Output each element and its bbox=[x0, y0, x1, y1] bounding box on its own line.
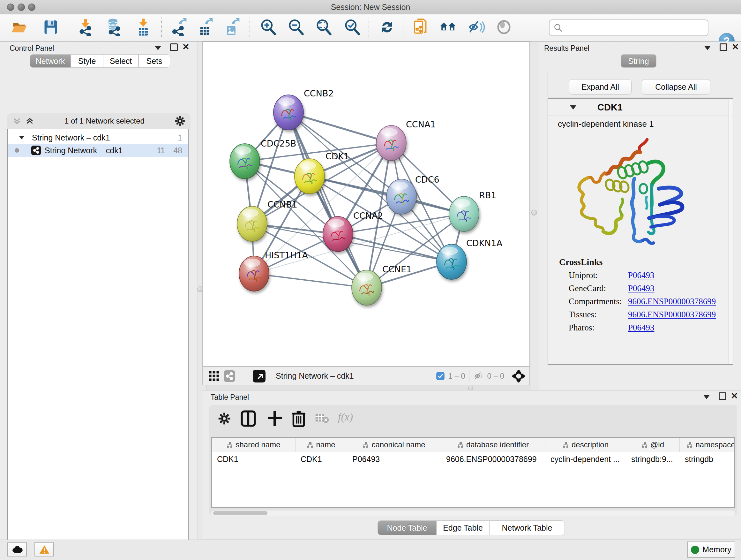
cell-shared-name[interactable]: CDK1 bbox=[212, 452, 295, 466]
crosslink-pharos[interactable]: P06493 bbox=[628, 323, 655, 333]
birds-eye-grid-icon[interactable] bbox=[208, 370, 220, 382]
tab-sets[interactable]: Sets bbox=[138, 54, 170, 68]
edge-CCNA2-CDKN1A[interactable] bbox=[338, 234, 452, 262]
cell-description[interactable]: cyclin-dependent ... bbox=[545, 452, 626, 466]
refresh-button[interactable] bbox=[377, 17, 397, 37]
table-options-gear-icon[interactable] bbox=[217, 412, 231, 426]
crosslink-genecard[interactable]: P06493 bbox=[628, 284, 655, 294]
node-CCNE1[interactable] bbox=[352, 270, 382, 305]
cell-database-identifier[interactable]: 9606.ENSP00000378699 bbox=[441, 452, 545, 466]
gene-disclosure-icon[interactable] bbox=[570, 105, 576, 110]
share-document-button[interactable] bbox=[411, 17, 431, 37]
results-panel-close-icon[interactable]: ✕ bbox=[732, 43, 739, 51]
node-RB1[interactable] bbox=[449, 196, 479, 232]
column-header-description[interactable]: description bbox=[545, 438, 626, 452]
node-CCNA2[interactable] bbox=[323, 216, 353, 252]
collection-disclosure-icon[interactable] bbox=[19, 136, 24, 139]
cell-id[interactable]: stringdb:9... bbox=[626, 452, 680, 466]
results-panel-float-icon[interactable] bbox=[720, 44, 727, 51]
save-session-button[interactable] bbox=[41, 17, 61, 37]
scrollbar-thumb[interactable] bbox=[213, 511, 267, 515]
network-collection-row[interactable]: String Network – cdk1 1 bbox=[8, 131, 188, 144]
tab-select[interactable]: Select bbox=[103, 54, 138, 68]
crosslink-tissues[interactable]: 9606.ENSP00000378699 bbox=[628, 310, 716, 320]
right-splitter[interactable] bbox=[530, 42, 539, 390]
column-header-shared-name[interactable]: shared name bbox=[212, 438, 295, 452]
zoom-fit-button[interactable] bbox=[314, 17, 334, 37]
column-header-database-identifier[interactable]: database identifier bbox=[441, 438, 545, 452]
edge-CCNB2-CCNE1[interactable] bbox=[288, 112, 367, 288]
network-options-gear-icon[interactable] bbox=[175, 116, 185, 126]
expand-all-button[interactable]: Expand All bbox=[569, 79, 631, 95]
crosslink-compartments[interactable]: 9606.ENSP00000378699 bbox=[628, 297, 716, 307]
table-horizontal-scrollbar[interactable] bbox=[211, 510, 735, 516]
function-builder-button[interactable]: f(x) bbox=[338, 411, 353, 423]
collapse-all-button[interactable]: Collapse All bbox=[642, 79, 711, 95]
table-panel-close-icon[interactable]: ✕ bbox=[731, 392, 738, 400]
export-image-button[interactable] bbox=[222, 17, 242, 37]
network-badge-icon[interactable] bbox=[224, 370, 235, 382]
table-panel-float-icon[interactable] bbox=[719, 392, 726, 400]
tab-network-table[interactable]: Network Table bbox=[489, 520, 565, 535]
node-CCNB1[interactable] bbox=[237, 206, 267, 241]
tab-node-table[interactable]: Node Table bbox=[378, 520, 436, 535]
tab-style[interactable]: Style bbox=[71, 54, 103, 68]
delete-table-icon[interactable] bbox=[315, 413, 329, 424]
export-table-button[interactable] bbox=[195, 17, 215, 37]
column-header-id[interactable]: @id bbox=[626, 438, 680, 452]
pan-crosshair-icon[interactable] bbox=[512, 370, 525, 382]
gene-section-header[interactable]: CDK1 bbox=[548, 99, 733, 116]
control-panel-float-icon[interactable] bbox=[170, 44, 178, 51]
tab-string[interactable]: String bbox=[621, 54, 657, 68]
import-network-database-button[interactable] bbox=[104, 17, 124, 37]
table-row[interactable]: CDK1 CDK1 P06493 9606.ENSP00000378699 cy… bbox=[212, 452, 734, 466]
right-splitter-grip[interactable] bbox=[531, 210, 537, 215]
tab-edge-table[interactable]: Edge Table bbox=[436, 520, 489, 535]
hide-selected-button[interactable] bbox=[467, 17, 486, 37]
cloud-button[interactable] bbox=[7, 543, 27, 557]
network-canvas[interactable]: CCNB2CCNA1CDC25BCDK1CDC6RB1CCNB1CCNA2CDK… bbox=[202, 42, 530, 367]
table-panel-menu-icon[interactable] bbox=[703, 395, 710, 399]
cell-canonical-name[interactable]: P06493 bbox=[347, 452, 441, 466]
show-columns-icon[interactable] bbox=[240, 410, 256, 427]
edge-CCNB2-CCNA1[interactable] bbox=[288, 112, 391, 143]
zoom-selected-button[interactable] bbox=[342, 17, 362, 37]
detach-view-icon[interactable] bbox=[253, 370, 266, 382]
open-session-button[interactable] bbox=[10, 17, 29, 37]
collapse-all-networks-icon[interactable] bbox=[12, 116, 22, 126]
node-CCNA1[interactable] bbox=[376, 125, 406, 161]
column-header-name[interactable]: name bbox=[295, 438, 347, 452]
export-network-button[interactable] bbox=[169, 17, 189, 37]
show-all-button[interactable] bbox=[494, 17, 514, 37]
column-header-canonical-name[interactable]: canonical name bbox=[347, 438, 441, 452]
control-panel-menu-icon[interactable] bbox=[155, 46, 161, 50]
node-CDC6[interactable] bbox=[387, 179, 416, 214]
selected-checkbox-icon[interactable] bbox=[436, 372, 445, 381]
node-CDC25B[interactable] bbox=[230, 144, 260, 179]
control-panel-close-icon[interactable]: ✕ bbox=[182, 43, 190, 51]
cell-namespace[interactable]: stringdb bbox=[680, 452, 735, 466]
node-HIST1H1A[interactable] bbox=[239, 256, 269, 291]
node-CCNB2[interactable] bbox=[273, 95, 304, 130]
zoom-in-button[interactable] bbox=[259, 17, 278, 37]
add-column-icon[interactable] bbox=[267, 410, 282, 427]
column-header-namespace[interactable]: namespace bbox=[680, 438, 735, 452]
warnings-button[interactable] bbox=[35, 543, 54, 557]
tab-network[interactable]: Network bbox=[30, 54, 71, 68]
expand-all-networks-icon[interactable] bbox=[25, 116, 35, 126]
network-row[interactable]: String Network – cdk1 11 48 bbox=[8, 144, 188, 157]
node-CDKN1A[interactable] bbox=[436, 244, 467, 279]
delete-column-trash-icon[interactable] bbox=[291, 410, 306, 427]
import-network-file-button[interactable] bbox=[76, 17, 96, 37]
crosslink-uniprot[interactable]: P06493 bbox=[628, 270, 655, 280]
edge-CCNE1-HIST1H1A[interactable] bbox=[254, 273, 367, 288]
import-table-button[interactable] bbox=[133, 17, 153, 37]
homes-button[interactable] bbox=[439, 17, 458, 37]
zoom-out-button[interactable] bbox=[286, 17, 306, 37]
node-CDK1[interactable] bbox=[294, 159, 325, 194]
cell-name[interactable]: CDK1 bbox=[295, 452, 347, 466]
search-input[interactable] bbox=[565, 23, 708, 33]
memory-button[interactable]: Memory bbox=[687, 542, 735, 558]
results-scrollbar[interactable] bbox=[729, 100, 732, 364]
results-panel-menu-icon[interactable] bbox=[704, 46, 711, 50]
